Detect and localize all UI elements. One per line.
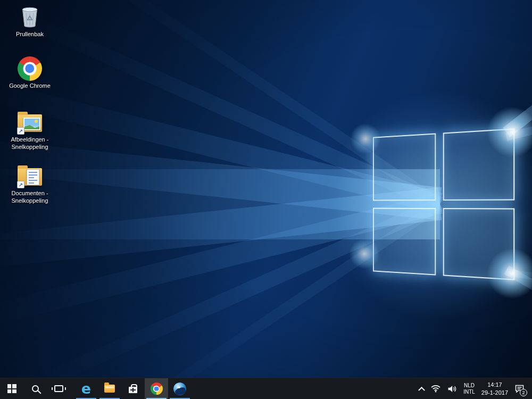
start-button[interactable]	[0, 378, 23, 399]
language-code: NLD	[464, 383, 475, 389]
desktop-icon-label: Afbeeldingen - Snelkoppeling	[11, 136, 49, 151]
wallpaper-windows-logo	[373, 128, 514, 280]
light-ray	[503, 85, 532, 137]
taskbar-app-file-explorer[interactable]	[98, 378, 121, 399]
shortcut-arrow-icon: ↗	[17, 181, 24, 188]
wallpaper-window-pane	[443, 208, 515, 280]
wallpaper-window-pane	[443, 128, 515, 201]
tray-show-hidden-icons-button[interactable]	[416, 378, 427, 399]
shortcut-arrow-icon: ↗	[17, 127, 24, 135]
taskbar-app-thunderbird[interactable]	[168, 378, 192, 399]
wallpaper	[0, 0, 532, 378]
light-beam	[0, 193, 443, 328]
light-ray	[505, 121, 532, 141]
tray-language-indicator[interactable]: NLD INTL	[460, 378, 478, 399]
keyboard-layout-code: INTL	[463, 389, 475, 395]
edge-icon: e	[81, 381, 91, 396]
documents-folder-icon: ↗	[16, 162, 44, 188]
tray-volume-button[interactable]	[444, 378, 460, 399]
light-ray	[506, 269, 532, 282]
pictures-folder-icon: ↗	[16, 108, 44, 135]
clock-date: 29-1-2017	[481, 389, 508, 396]
light-beam	[0, 169, 440, 239]
speaker-icon	[447, 385, 457, 393]
taskbar-search-button[interactable]	[23, 378, 47, 399]
corner-glow	[349, 238, 380, 269]
light-beam	[46, 0, 443, 209]
chevron-up-icon	[418, 387, 425, 394]
clock-time: 14:17	[487, 381, 502, 388]
wallpaper-window-pane	[373, 133, 436, 201]
light-beam	[0, 79, 443, 213]
corner-glow	[487, 106, 532, 157]
folder-icon	[104, 385, 115, 393]
desktop-icon-documents-shortcut[interactable]: ↗ Documenten - Snelkoppeling	[5, 162, 54, 205]
desktop-icon-recycle-bin[interactable]: Prullenbak	[5, 3, 54, 38]
corner-glow	[350, 123, 381, 154]
vignette	[0, 0, 532, 378]
search-icon	[32, 385, 39, 392]
tray-clock[interactable]: 14:17 29-1-2017	[478, 378, 511, 399]
action-center-button[interactable]: 2	[511, 378, 528, 399]
corner-glow	[487, 248, 532, 299]
notification-count-badge: 2	[520, 389, 527, 396]
store-bag-icon	[129, 387, 137, 393]
windows-logo-icon	[7, 384, 16, 393]
light-beam	[0, 187, 442, 269]
light-beam	[0, 138, 442, 220]
light-beam	[6, 5, 443, 211]
taskbar-app-edge[interactable]: e	[74, 378, 98, 399]
chrome-logo-icon	[18, 54, 42, 81]
recycle-bin-icon	[18, 3, 42, 29]
desktop-icon-label: Prullenbak	[16, 31, 44, 38]
system-tray: NLD INTL 14:17 29-1-2017 2	[416, 378, 532, 399]
task-view-button[interactable]	[47, 378, 70, 399]
tray-network-button[interactable]	[427, 378, 444, 399]
wifi-icon	[430, 385, 441, 393]
light-beam	[6, 197, 443, 399]
taskbar-app-store[interactable]	[121, 378, 145, 399]
thunderbird-icon	[173, 383, 186, 395]
light-ray	[504, 265, 532, 302]
wallpaper-window-pane	[373, 208, 436, 276]
desktop-icon-pictures-shortcut[interactable]: ↗ Afbeeldingen - Snelkoppeling	[5, 108, 54, 151]
light-beam	[46, 200, 443, 399]
task-view-icon	[54, 385, 63, 392]
taskbar-app-chrome[interactable]	[145, 378, 168, 399]
desktop-icon-label: Google Chrome	[9, 82, 51, 90]
desktop-icon-label: Documenten - Snelkoppeling	[11, 190, 48, 205]
desktop-icon-google-chrome[interactable]: Google Chrome	[5, 54, 54, 90]
desktop-screen: Prullenbak Google Chrome ↗ Afbeeldingen …	[0, 0, 532, 399]
chrome-logo-icon	[151, 383, 163, 395]
taskbar: e	[0, 378, 532, 399]
